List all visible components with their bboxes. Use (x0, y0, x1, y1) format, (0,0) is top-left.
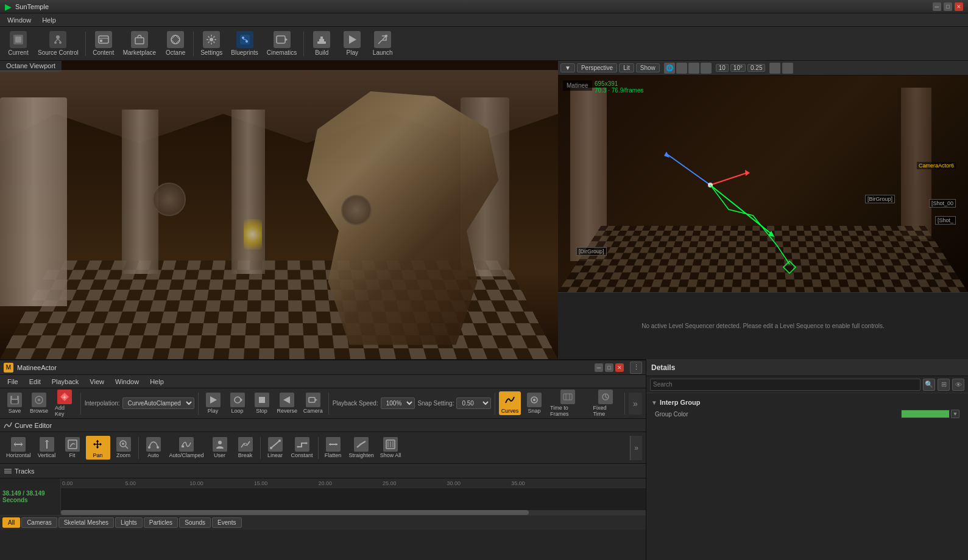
toolbar-current-label: Current (8, 49, 28, 56)
toolbar-marketplace[interactable]: Marketplace (119, 29, 160, 58)
matinee-menu-window[interactable]: Window (110, 377, 144, 387)
title-bar-right: ─ □ ✕ (933, 2, 963, 11)
menu-window[interactable]: Window (2, 15, 36, 25)
matinee-menu-playback[interactable]: Playback (47, 377, 84, 387)
matinee-close[interactable]: ✕ (615, 363, 624, 372)
toolbar-build[interactable]: Build (307, 29, 336, 58)
toolbar-cinematics[interactable]: Cinematics (263, 29, 300, 58)
timeline-right-panel[interactable]: 0.00 5.00 10.00 15.00 20.00 25.00 30.00 … (61, 478, 646, 515)
matinee-time-frames-btn[interactable]: Time to Frames (548, 388, 588, 418)
show-btn[interactable]: Show (636, 63, 660, 72)
curve-tool-auto[interactable]: Auto (141, 436, 166, 460)
matinee-maximize[interactable]: □ (605, 363, 613, 372)
vp-extra-btn[interactable] (769, 63, 780, 74)
curve-tool-break[interactable]: Break (233, 436, 258, 460)
details-eye-btn[interactable]: 👁 (952, 379, 964, 391)
curve-tool-flatten[interactable]: Flatten (321, 436, 345, 460)
lit-btn[interactable]: Lit (619, 63, 634, 72)
matinee-loop-btn[interactable]: Loop (227, 391, 249, 415)
curve-tool-pan[interactable]: Pan (86, 436, 110, 460)
matinee-menu-help[interactable]: Help (145, 377, 169, 387)
zoom-value-btn[interactable]: 0.25 (747, 64, 765, 72)
perspective-btn[interactable]: Perspective (577, 63, 617, 72)
svg-line-51 (606, 397, 607, 398)
matinee-expand-arrows[interactable]: » (629, 393, 642, 415)
toolbar-blueprints[interactable]: Blueprints (227, 29, 261, 58)
curve-tool-linear[interactable]: Linear (263, 436, 288, 460)
maximize-button[interactable]: □ (944, 2, 952, 11)
vp-icon-1[interactable]: 🌐 (664, 63, 675, 74)
details-search-input[interactable] (650, 379, 920, 391)
filter-all[interactable]: All (2, 517, 20, 528)
snap-setting-select[interactable]: 0.50 0.10 0.25 1.00 (456, 397, 491, 409)
toolbar-octane[interactable]: Octane (161, 29, 190, 58)
menu-help[interactable]: Help (37, 15, 61, 25)
group-color-btn[interactable]: ▼ (951, 410, 959, 418)
matinee-curves-btn[interactable]: Curves (499, 391, 521, 415)
auto-clamped-icon (179, 437, 194, 452)
snap-value-btn[interactable]: 10 (716, 64, 729, 72)
playback-speed-select[interactable]: 100% 50% 25% 200% (381, 397, 415, 409)
svg-point-35 (38, 399, 40, 401)
matinee-save-btn[interactable]: Save (4, 391, 26, 415)
curve-tool-show-all[interactable]: Show All (378, 436, 404, 460)
curve-tool-vertical[interactable]: Vertical (35, 436, 59, 460)
angle-value-btn[interactable]: 10° (730, 64, 746, 72)
details-search-btn[interactable]: 🔍 (923, 379, 935, 391)
content-icon (95, 31, 112, 48)
toolbar-current[interactable]: Current (4, 29, 33, 58)
toolbar-play[interactable]: Play (337, 29, 367, 58)
matinee-menu-bar: File Edit Playback View Window Help (0, 375, 646, 388)
matinee-add-key-btn[interactable]: + Add Key (52, 388, 77, 418)
curve-tools-expand[interactable]: » (630, 436, 642, 460)
timeline-body[interactable] (61, 488, 646, 515)
matinee-reverse-btn[interactable]: Reverse (275, 391, 299, 415)
matinee-minimize[interactable]: ─ (595, 363, 603, 372)
curve-tool-straighten[interactable]: Straighten (347, 436, 376, 460)
toolbar-launch[interactable]: Launch (368, 29, 397, 58)
matinee-fixed-time-btn[interactable]: Fixed Time (591, 388, 621, 418)
details-grid-btn[interactable]: ⊞ (938, 379, 950, 391)
matinee-menu-edit[interactable]: Edit (24, 377, 46, 387)
toolbar-settings[interactable]: Settings (197, 29, 226, 58)
filter-events[interactable]: Events (212, 517, 242, 528)
curve-tool-auto-clamped[interactable]: Auto/Clamped (167, 436, 207, 460)
interpolation-select[interactable]: CurveAutoClamped (122, 397, 194, 409)
curve-tool-constant[interactable]: Constant (289, 436, 316, 460)
vp-icon-2[interactable] (676, 63, 687, 74)
matinee-stop-btn[interactable]: Stop (251, 391, 273, 415)
toolbar-source-control[interactable]: Source Control (34, 29, 82, 58)
stop-icon (255, 393, 269, 407)
matinee-browse-btn[interactable]: Browse (28, 391, 50, 415)
curve-tool-horizontal[interactable]: Horizontal (4, 436, 34, 460)
octane-viewport[interactable]: Octane Viewport (0, 61, 558, 359)
filter-particles[interactable]: Particles (144, 517, 178, 528)
curve-tool-user[interactable]: User (208, 436, 232, 460)
viewport-arrow-btn[interactable]: ▼ (560, 63, 575, 72)
details-group-header[interactable]: ▼ Interp Group (651, 397, 963, 408)
octane-viewport-tab[interactable]: Octane Viewport (0, 61, 62, 71)
close-button[interactable]: ✕ (955, 2, 963, 11)
curve-tool-fit[interactable]: Fit (60, 436, 85, 460)
matinee-menu-view[interactable]: View (85, 377, 109, 387)
minimize-button[interactable]: ─ (933, 2, 941, 11)
filter-lights[interactable]: Lights (115, 517, 143, 528)
matinee-expand-btn[interactable]: ⋮ (630, 362, 642, 374)
perspective-viewport[interactable]: ▼ Perspective Lit Show 🌐 (558, 61, 968, 292)
filter-skeletal-meshes[interactable]: Skeletal Meshes (58, 517, 114, 528)
toolbar-content[interactable]: Content (89, 29, 118, 58)
curve-tool-zoom[interactable]: Zoom (111, 436, 136, 460)
play-label: Play (208, 408, 219, 414)
matinee-snap-btn[interactable]: Snap (523, 391, 545, 415)
vp-icon-3[interactable] (688, 63, 699, 74)
group-color-swatch[interactable] (901, 410, 950, 418)
vp-settings-btn[interactable] (782, 63, 793, 74)
matinee-play-btn[interactable]: Play (202, 391, 224, 415)
filter-sounds[interactable]: Sounds (179, 517, 211, 528)
timeline-scrollbar-thumb[interactable] (61, 510, 529, 515)
vp-icon-4[interactable] (701, 63, 712, 74)
matinee-menu-file[interactable]: File (2, 377, 23, 387)
matinee-camera-btn[interactable]: Camera (302, 391, 325, 415)
filter-cameras[interactable]: Cameras (21, 517, 57, 528)
timeline-scrollbar[interactable] (61, 510, 646, 515)
